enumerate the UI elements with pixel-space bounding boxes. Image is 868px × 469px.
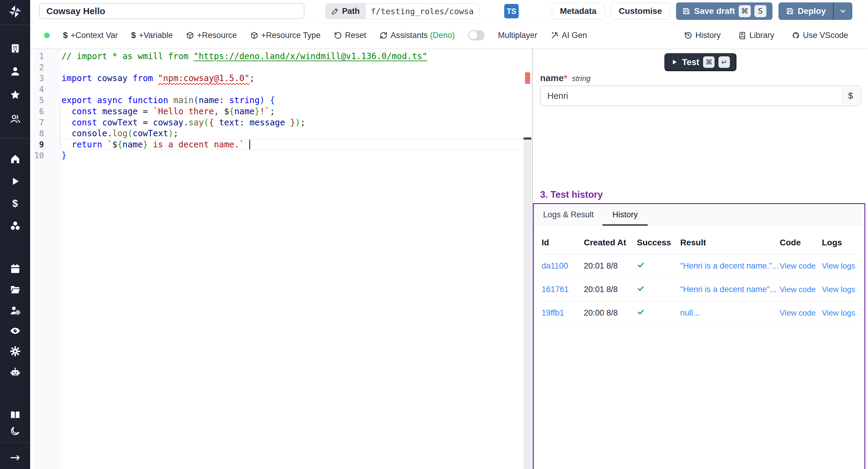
sidebar-item-calendar-icon[interactable]: [0, 262, 30, 275]
code-line[interactable]: 8 console.log(cowText);: [30, 128, 521, 139]
check-icon: [637, 285, 645, 294]
wand-icon: [551, 31, 559, 39]
view-code-link[interactable]: View code: [780, 261, 822, 271]
line-number: 2: [30, 62, 44, 73]
sidebar-item-users-gear-icon[interactable]: [0, 304, 30, 317]
assistants-button[interactable]: Assistants (Deno): [379, 31, 455, 40]
sidebar-item-building-icon[interactable]: [0, 41, 30, 55]
cursor-marker: [524, 137, 531, 139]
sidebar-item-user-icon[interactable]: [0, 64, 30, 78]
save-draft-button[interactable]: Save draft ⌘ S: [676, 2, 772, 20]
variable-picker-button[interactable]: $: [842, 88, 859, 104]
chevron-down-icon: [839, 7, 847, 15]
check-icon: [637, 309, 645, 318]
line-number: 7: [30, 117, 44, 128]
sidebar-item-boxes-icon[interactable]: [0, 219, 30, 232]
created-at: 20:01 8/8: [584, 261, 637, 271]
sidebar-item-dollar-icon[interactable]: $: [0, 196, 30, 210]
tab-label: History: [613, 210, 638, 219]
overview-ruler[interactable]: [524, 48, 531, 469]
success-cell: [637, 285, 680, 294]
code-line[interactable]: 9 return `${name} is a decent name.`: [30, 139, 521, 150]
deploy-dropdown-button[interactable]: [834, 2, 852, 20]
tabbar: Logs & ResultHistory: [534, 204, 864, 226]
line-number: 9: [30, 139, 44, 150]
test-button[interactable]: Test ⌘ ↵: [664, 53, 737, 71]
table-row: da110020:01 8/8"Henri is a decent name."…: [541, 254, 857, 278]
sidebar-item-folder-open-icon[interactable]: [0, 283, 30, 296]
sidebar-item-arrow-right-icon[interactable]: →: [0, 450, 30, 464]
cmd-key-badge: ⌘: [739, 5, 751, 17]
add-variable-button[interactable]: $ +Variable: [131, 30, 173, 40]
path-button[interactable]: Path f/testing_roles/cowsa: [326, 3, 479, 19]
sidebar-item-play-icon[interactable]: [0, 175, 30, 188]
job-id-link[interactable]: 161761: [541, 285, 584, 294]
windmill-logo-icon[interactable]: [0, 4, 30, 19]
code-line[interactable]: 10}: [30, 150, 521, 161]
line-number: 8: [30, 128, 44, 139]
sidebar-item-moon-icon[interactable]: [0, 424, 30, 437]
sidebar-item-book-open-icon[interactable]: [0, 408, 30, 421]
add-resource-type-button[interactable]: +Resource Type: [250, 31, 321, 40]
sidebar-item-star-icon[interactable]: [0, 88, 30, 101]
view-logs-link[interactable]: View logs: [822, 308, 857, 318]
deploy-button[interactable]: Deploy: [778, 2, 852, 20]
status-dot: [44, 33, 50, 38]
name-field-input[interactable]: [540, 86, 861, 106]
topbar: Path f/testing_roles/cowsa TS Metadata C…: [30, 0, 868, 23]
sidebar-item-users-icon[interactable]: [0, 112, 30, 125]
ai-gen-button[interactable]: AI Gen: [551, 31, 587, 40]
add-context-var-button[interactable]: $ +Context Var: [63, 30, 118, 40]
add-resource-button[interactable]: +Resource: [186, 31, 237, 40]
path-value: f/testing_roles/cowsa: [365, 4, 479, 19]
code-line[interactable]: 2: [30, 62, 521, 73]
metadata-button[interactable]: Metadata: [552, 3, 604, 20]
view-logs-link[interactable]: View logs: [822, 285, 857, 294]
reset-button[interactable]: Reset: [334, 31, 367, 40]
sidebar-item-bot-icon[interactable]: [0, 365, 30, 379]
line-number: 1: [30, 51, 44, 62]
library-button[interactable]: Library: [738, 31, 774, 40]
result-link[interactable]: null...: [680, 308, 780, 318]
view-logs-link[interactable]: View logs: [822, 261, 857, 271]
job-id-link[interactable]: 19ffb1: [541, 308, 584, 318]
code-line[interactable]: 1// import * as wmill from "https://deno…: [30, 51, 521, 62]
multiplayer-label: Multiplayer: [498, 31, 537, 40]
sidebar-item-gear-icon[interactable]: [0, 345, 30, 358]
success-cell: [637, 261, 680, 271]
line-number: 5: [30, 95, 44, 106]
code-editor[interactable]: 1// import * as wmill from "https://deno…: [30, 48, 532, 469]
script-title-input[interactable]: [39, 3, 304, 19]
enter-key-badge: ↵: [718, 56, 730, 68]
job-id-link[interactable]: da1100: [541, 261, 584, 271]
view-code-link[interactable]: View code: [780, 285, 822, 294]
typescript-badge[interactable]: TS: [504, 4, 519, 19]
sidebar-item-eye-icon[interactable]: [0, 324, 30, 337]
code-line[interactable]: 5export async function main(name: string…: [30, 95, 521, 106]
history-button[interactable]: History: [684, 31, 721, 40]
book-icon: [738, 31, 746, 39]
success-cell: [637, 308, 680, 318]
error-marker: [525, 72, 530, 84]
use-vscode-button[interactable]: Use VScode: [792, 31, 848, 40]
divider: [0, 442, 30, 443]
github-icon: [792, 31, 800, 39]
customise-button[interactable]: Customise: [611, 3, 670, 20]
editor-toolbar: $ +Context Var $ +Variable +Resource +Re…: [30, 22, 868, 49]
tab-history[interactable]: History: [603, 204, 647, 225]
panel-splitter[interactable]: [532, 48, 533, 469]
tab-logs-result[interactable]: Logs & Result: [543, 204, 603, 225]
field-label-row: name* string: [540, 73, 590, 83]
result-link[interactable]: "Henri is a decent name"...: [680, 285, 780, 294]
code-line[interactable]: 3import cowsay from "npm:cowsay@1.5.0";: [30, 73, 521, 84]
result-link[interactable]: "Henri is a decent name."...: [680, 261, 780, 271]
code-line[interactable]: 4: [30, 84, 521, 95]
sidebar-item-home-icon[interactable]: [0, 152, 30, 165]
code-line[interactable]: 7 const cowText = cowsay.say({ text: mes…: [30, 117, 521, 128]
column-header: Result: [680, 238, 780, 247]
dollar-icon: $: [63, 30, 68, 40]
view-code-link[interactable]: View code: [780, 308, 822, 318]
multiplayer-toggle[interactable]: [468, 30, 485, 40]
divider: [0, 138, 30, 139]
code-line[interactable]: 6 const message = `Hello there, ${name}!…: [30, 106, 521, 117]
